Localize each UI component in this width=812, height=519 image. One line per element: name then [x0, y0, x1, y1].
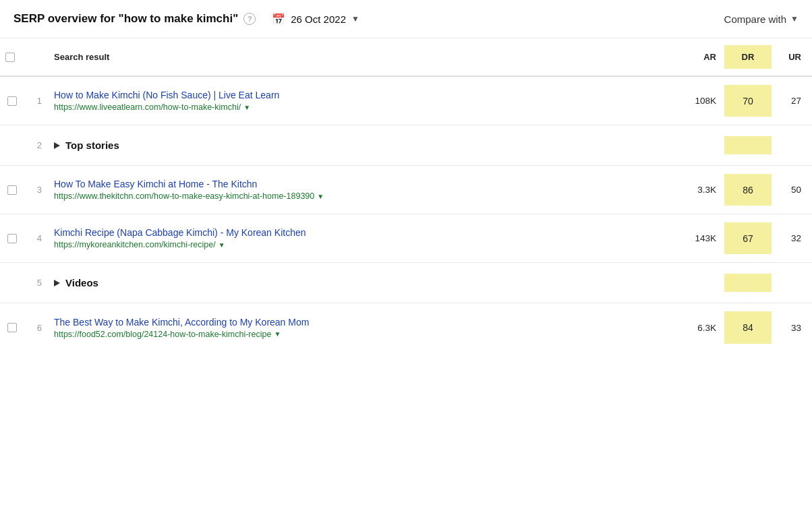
row-content-3: How To Make Easy Kimchi at Home - The Ki…: [49, 179, 670, 201]
special-row-videos: 5 Videos: [0, 263, 812, 303]
url-text-6: https://food52.com/blog/24124-how-to-mak…: [54, 330, 271, 339]
row-dr-6: 84: [724, 311, 772, 344]
result-title-6[interactable]: The Best Way to Make Kimchi, According t…: [54, 317, 665, 328]
row-rank-2: 2: [24, 140, 49, 150]
special-label-text-5: Videos: [65, 277, 98, 288]
compare-with-label: Compare with: [724, 13, 787, 25]
url-text-1: https://www.liveeatlearn.com/how-to-make…: [54, 102, 241, 112]
url-chevron-icon-6: ▼: [274, 330, 281, 338]
th-dr: DR: [724, 45, 772, 69]
compare-chevron-icon: ▼: [790, 14, 799, 24]
calendar-icon: 📅: [272, 13, 285, 26]
row-dr-5: [724, 274, 772, 292]
compare-with-button[interactable]: Compare with ▼: [724, 13, 799, 25]
row-checkbox-4[interactable]: [0, 234, 24, 243]
row-content-6: The Best Way to Make Kimchi, According t…: [49, 317, 670, 339]
result-url-4[interactable]: https://mykoreankitchen.com/kimchi-recip…: [54, 240, 665, 249]
row-rank-1: 1: [24, 96, 49, 106]
result-title-1[interactable]: How to Make Kimchi (No Fish Sauce) | Liv…: [54, 90, 665, 100]
checkbox-3[interactable]: [7, 185, 17, 195]
row-ar-4: 143K: [670, 233, 724, 243]
table-header-row: Search result AR DR UR: [0, 38, 812, 77]
date-text: 26 Oct 2022: [291, 13, 346, 25]
row-content-4: Kimchi Recipe (Napa Cabbage Kimchi) - My…: [49, 227, 670, 249]
checkbox-4[interactable]: [7, 234, 17, 243]
row-dr-3: 86: [724, 174, 772, 206]
row-rank-5: 5: [24, 278, 49, 288]
serp-table: Search result AR DR UR 1 How to Make Kim…: [0, 38, 812, 352]
row-dr-2: [724, 136, 772, 154]
row-checkbox-3[interactable]: [0, 185, 24, 195]
row-rank-3: 3: [24, 185, 49, 195]
url-text-4: https://mykoreankitchen.com/kimchi-recip…: [54, 240, 216, 249]
result-url-1[interactable]: https://www.liveeatlearn.com/how-to-make…: [54, 102, 665, 112]
row-checkbox-6[interactable]: [0, 323, 24, 332]
row-rank-4: 4: [24, 233, 49, 243]
checkbox-6[interactable]: [7, 323, 17, 332]
row-ar-6: 6.3K: [670, 323, 724, 333]
result-url-3[interactable]: https://www.thekitchn.com/how-to-make-ea…: [54, 191, 665, 201]
row-dr-4: 67: [724, 222, 772, 254]
date-selector[interactable]: 📅 26 Oct 2022 ▼: [272, 13, 359, 26]
row-ur-3: 50: [772, 185, 812, 195]
th-search-result: Search result: [49, 52, 670, 62]
row-ar-1: 108K: [670, 96, 724, 106]
row-ur-4: 32: [772, 233, 812, 243]
special-row-top-stories: 2 Top stories: [0, 125, 812, 166]
table-row: 1 How to Make Kimchi (No Fish Sauce) | L…: [0, 77, 812, 125]
header-checkbox[interactable]: [5, 53, 15, 62]
date-chevron-icon: ▼: [351, 14, 359, 24]
page-header: SERP overview for "how to make kimchi" ?…: [0, 0, 812, 38]
help-icon[interactable]: ?: [243, 13, 256, 25]
url-text-3: https://www.thekitchn.com/how-to-make-ea…: [54, 191, 314, 201]
row-ur-1: 27: [772, 96, 812, 106]
checkbox-1[interactable]: [7, 96, 17, 106]
th-checkbox: [0, 53, 24, 62]
result-url-6[interactable]: https://food52.com/blog/24124-how-to-mak…: [54, 330, 665, 339]
url-chevron-icon-3: ▼: [317, 193, 324, 200]
special-label-2: Top stories: [49, 140, 670, 151]
row-rank-6: 6: [24, 323, 49, 333]
row-ur-6: 33: [772, 323, 812, 333]
result-title-4[interactable]: Kimchi Recipe (Napa Cabbage Kimchi) - My…: [54, 227, 665, 238]
th-ar: AR: [670, 52, 724, 62]
row-dr-1: 70: [724, 85, 772, 117]
row-ar-3: 3.3K: [670, 185, 724, 195]
page-title: SERP overview for "how to make kimchi": [13, 12, 238, 26]
table-row: 3 How To Make Easy Kimchi at Home - The …: [0, 166, 812, 214]
special-label-5: Videos: [49, 277, 670, 288]
result-title-3[interactable]: How To Make Easy Kimchi at Home - The Ki…: [54, 179, 665, 189]
table-row: 4 Kimchi Recipe (Napa Cabbage Kimchi) - …: [0, 214, 812, 263]
row-content-1: How to Make Kimchi (No Fish Sauce) | Liv…: [49, 90, 670, 112]
special-label-text-2: Top stories: [65, 140, 119, 151]
expand-icon-2[interactable]: [54, 142, 60, 149]
table-row: 6 The Best Way to Make Kimchi, According…: [0, 303, 812, 352]
url-chevron-icon-4: ▼: [219, 241, 225, 249]
th-ur: UR: [772, 52, 812, 62]
url-chevron-icon-1: ▼: [243, 104, 250, 111]
expand-icon-5[interactable]: [54, 280, 60, 286]
row-checkbox-1[interactable]: [0, 96, 24, 106]
